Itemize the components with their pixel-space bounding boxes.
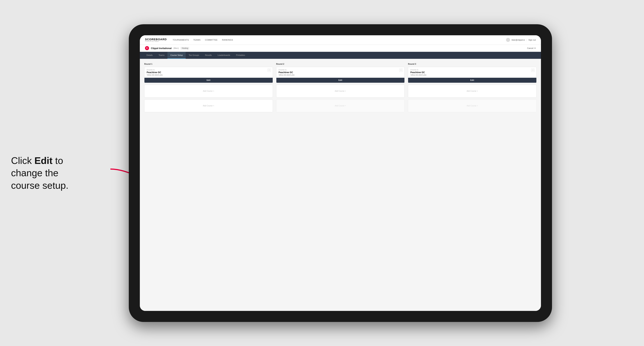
plus-icon-1: Add Course + — [203, 90, 214, 92]
round-2-column: Round 2 ☐ (Course A) Peachtree GC Yellow… — [276, 63, 405, 114]
scoreboard-logo: SCOREBOARD Powered by clippd — [145, 38, 167, 42]
top-navbar: SCOREBOARD Powered by clippd TOURNAMENTS… — [140, 35, 541, 45]
round-2-course-card: ☐ (Course A) Peachtree GC Yellow (M) (66… — [276, 67, 405, 83]
cancel-button[interactable]: Cancel ✕ — [527, 47, 536, 49]
sign-out-link[interactable]: Sign out — [528, 39, 536, 41]
tab-teams[interactable]: Teams — [156, 52, 168, 59]
round-3-course-label: (Course A) — [410, 69, 534, 71]
round-1-delete-button[interactable]: ☐ — [268, 69, 271, 72]
plus-icon-6: Add Course + — [466, 105, 478, 107]
round-3-add-course-1[interactable]: Add Course + — [408, 85, 536, 98]
tab-tee-groups[interactable]: Tee Groups — [186, 52, 202, 59]
nav-teams[interactable]: TEAMS — [193, 39, 200, 41]
round-1-course-name: Peachtree GC — [147, 71, 270, 74]
tab-printables[interactable]: Printables — [233, 52, 248, 59]
round-2-delete-button[interactable]: ☐ — [399, 69, 402, 72]
hosting-badge: Hosting — [180, 47, 189, 50]
logo-main: SCOREBOARD — [145, 38, 167, 41]
tab-details[interactable]: Details — [144, 52, 156, 59]
round-3-course-name: Peachtree GC — [410, 71, 534, 74]
round-1-edit-button[interactable]: Edit — [144, 78, 273, 83]
plus-icon-3: Add Course + — [335, 90, 346, 92]
round-3-title: Round 3 — [408, 63, 536, 65]
round-1-add-course-1[interactable]: Add Course + — [144, 85, 273, 98]
close-icon: ✕ — [534, 47, 536, 49]
clippd-logo: C — [145, 46, 149, 50]
round-1-course-card: ☐ (Course A) Peachtree GC Yellow (M) (66… — [144, 67, 273, 83]
sub-header-left: C Clippd Invitational (Men) Hosting — [145, 46, 189, 50]
round-1-title: Round 1 — [144, 63, 273, 65]
tournament-name: Clippd Invitational — [151, 47, 172, 50]
plus-icon-2: Add Course + — [203, 105, 214, 107]
round-2-course-label: (Course A) — [278, 69, 402, 71]
round-2-course-name: Peachtree GC — [278, 71, 402, 74]
nav-tournaments[interactable]: TOURNAMENTS — [172, 39, 189, 41]
round-3-column: Round 3 ☐ (Course A) Peachtree GC Yellow… — [408, 63, 536, 114]
sub-header: C Clippd Invitational (Men) Hosting Canc… — [140, 45, 541, 52]
round-1-add-course-2[interactable]: Add Course + — [144, 99, 273, 112]
tab-course-setup[interactable]: Course Setup — [168, 52, 186, 59]
user-email: blair@clippd.io — [512, 39, 525, 41]
round-1-course-details: Yellow (M) (6629 yds) — [147, 74, 270, 76]
tab-bar: Details Teams Course Setup Tee Groups Re… — [140, 52, 541, 59]
avatar — [506, 38, 510, 42]
tournament-gender: (Men) — [174, 47, 179, 49]
navbar-right: blair@clippd.io | Sign out — [506, 38, 536, 42]
nav-links: TOURNAMENTS TEAMS COMMITTEE RANKINGS — [172, 39, 233, 41]
tablet: SCOREBOARD Powered by clippd TOURNAMENTS… — [129, 24, 552, 322]
round-1-column: Round 1 ☐ (Course A) Peachtree GC Yellow… — [144, 63, 273, 114]
round-2-course-details: Yellow (M) (6629 yds) — [278, 74, 402, 76]
navbar-left: SCOREBOARD Powered by clippd TOURNAMENTS… — [145, 38, 233, 42]
round-3-edit-button[interactable]: Edit — [408, 78, 536, 83]
rounds-grid: Round 1 ☐ (Course A) Peachtree GC Yellow… — [144, 63, 536, 114]
tablet-screen: SCOREBOARD Powered by clippd TOURNAMENTS… — [140, 35, 541, 311]
round-2-add-course-1[interactable]: Add Course + — [276, 85, 405, 98]
round-3-add-course-2: Add Course + — [408, 99, 536, 112]
main-content: Round 1 ☐ (Course A) Peachtree GC Yellow… — [140, 59, 541, 311]
tab-leaderboards[interactable]: Leaderboards — [215, 52, 233, 59]
round-2-title: Round 2 — [276, 63, 405, 65]
plus-icon-4: Add Course + — [335, 105, 346, 107]
round-2-edit-button[interactable]: Edit — [276, 78, 404, 83]
round-3-delete-button[interactable]: ☐ — [531, 69, 534, 72]
logo-sub: Powered by clippd — [145, 41, 167, 42]
plus-icon-5: Add Course + — [466, 90, 478, 92]
round-2-add-course-2: Add Course + — [276, 99, 405, 112]
nav-rankings[interactable]: RANKINGS — [222, 39, 233, 41]
tab-results[interactable]: Results — [202, 52, 215, 59]
round-3-course-card: ☐ (Course A) Peachtree GC Yellow (M) (66… — [408, 67, 536, 83]
instruction-text: Click Edit tochange thecourse setup. — [11, 154, 107, 192]
nav-committee[interactable]: COMMITTEE — [205, 39, 218, 41]
round-1-course-label: (Course A) — [147, 69, 270, 71]
round-3-course-details: Yellow (M) (6629 yds) — [410, 74, 534, 76]
bold-edit: Edit — [34, 155, 52, 166]
